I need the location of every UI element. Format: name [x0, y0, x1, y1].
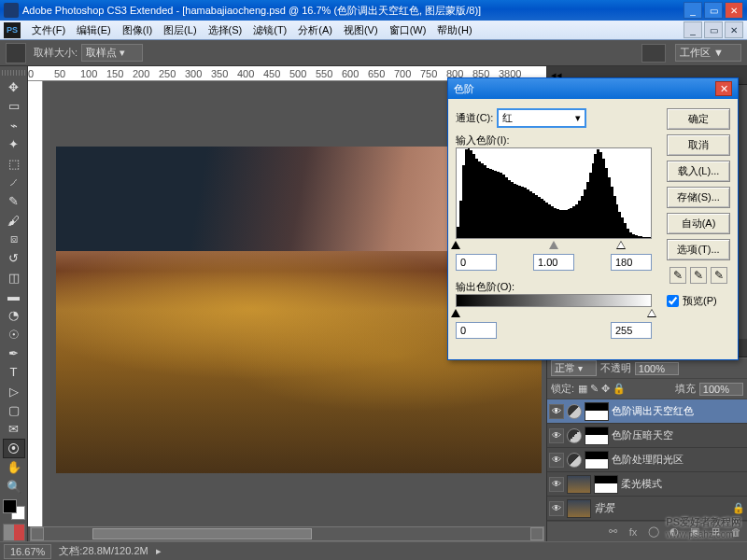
output-black-field[interactable]: [456, 322, 497, 339]
color-swatches[interactable]: [3, 499, 25, 520]
slice-tool[interactable]: ⟋: [3, 173, 25, 191]
toolbox-grip[interactable]: [2, 70, 26, 76]
cancel-button[interactable]: 取消: [667, 134, 730, 156]
auto-button[interactable]: 自动(A): [667, 213, 730, 234]
pen-tool[interactable]: ✒: [3, 343, 25, 362]
layer-style-icon[interactable]: fx: [626, 525, 641, 539]
status-arrow-icon[interactable]: ▸: [156, 545, 162, 557]
save-button[interactable]: 存储(S)...: [667, 187, 730, 208]
input-slider[interactable]: [456, 241, 652, 250]
scroll-thumb[interactable]: [92, 528, 311, 539]
path-tool[interactable]: ▷: [3, 382, 25, 400]
eraser-tool[interactable]: ◫: [3, 268, 25, 287]
history-brush-tool[interactable]: ↺: [3, 249, 25, 268]
mask-thumb[interactable]: [594, 475, 618, 494]
visibility-icon[interactable]: 👁: [549, 501, 564, 516]
menu-view[interactable]: 视图(V): [338, 21, 384, 39]
visibility-icon[interactable]: 👁: [549, 453, 564, 468]
dialog-titlebar[interactable]: 色阶 ✕: [448, 78, 738, 99]
mask-thumb[interactable]: [585, 451, 609, 469]
visibility-icon[interactable]: 👁: [549, 404, 564, 419]
crop-tool[interactable]: ⬚: [3, 154, 25, 173]
go-to-bridge-icon[interactable]: [641, 44, 666, 63]
workspace-select[interactable]: 工作区 ▼: [675, 44, 741, 62]
ruler-vertical[interactable]: [28, 81, 43, 526]
black-eyedropper-icon[interactable]: ✎: [669, 267, 686, 284]
preview-checkbox[interactable]: 预览(P): [667, 294, 730, 308]
mask-thumb[interactable]: [585, 402, 609, 421]
menu-select[interactable]: 选择(S): [203, 21, 248, 39]
scrollbar-horizontal[interactable]: [30, 526, 544, 541]
layer-row[interactable]: 👁色阶处理阳光区: [547, 448, 747, 472]
hand-tool[interactable]: ✋: [3, 458, 25, 477]
zoom-level[interactable]: 16.67%: [4, 544, 51, 559]
scroll-right-button[interactable]: [530, 527, 543, 540]
lasso-tool[interactable]: ⌁: [3, 116, 25, 134]
gradient-tool[interactable]: ▬: [3, 287, 25, 305]
input-white-field[interactable]: [611, 254, 652, 271]
gray-eyedropper-icon[interactable]: ✎: [690, 267, 707, 284]
notes-tool[interactable]: ✉: [3, 420, 25, 439]
channel-select[interactable]: 红▾: [497, 108, 586, 128]
options-button[interactable]: 选项(T)...: [667, 239, 730, 260]
gamma-handle[interactable]: [549, 241, 558, 249]
healing-tool[interactable]: ✎: [3, 192, 25, 211]
menu-edit[interactable]: 编辑(E): [71, 21, 117, 39]
white-eyedropper-icon[interactable]: ✎: [711, 267, 727, 284]
dodge-tool[interactable]: ☉: [3, 325, 25, 343]
lock-icons[interactable]: ▦ ✎ ✥ 🔒: [578, 383, 626, 395]
scroll-left-button[interactable]: [31, 527, 44, 540]
mask-thumb[interactable]: [585, 427, 609, 445]
black-point-handle[interactable]: [451, 241, 460, 249]
blend-mode-select[interactable]: 正常 ▾: [551, 360, 597, 376]
visibility-icon[interactable]: 👁: [549, 477, 564, 492]
brush-tool[interactable]: 🖌: [3, 211, 25, 230]
fill-field[interactable]: 100%: [699, 383, 743, 396]
dialog-close-button[interactable]: ✕: [715, 81, 732, 96]
close-button[interactable]: ✕: [725, 2, 743, 19]
doc-minimize-button[interactable]: _: [684, 21, 702, 38]
input-gamma-field[interactable]: [533, 254, 574, 271]
doc-restore-button[interactable]: ▭: [704, 21, 723, 38]
out-white-handle[interactable]: [647, 309, 656, 317]
menu-analysis[interactable]: 分析(A): [292, 21, 338, 39]
sample-size-select[interactable]: 取样点 ▾: [81, 44, 143, 62]
quickmask-toggle[interactable]: [3, 524, 25, 541]
eyedropper-tool-icon[interactable]: [6, 43, 26, 63]
minimize-button[interactable]: _: [684, 2, 702, 19]
menu-image[interactable]: 图像(I): [117, 21, 158, 39]
marquee-tool[interactable]: ▭: [3, 97, 25, 116]
type-tool[interactable]: T: [3, 363, 25, 382]
layer-row[interactable]: 👁色阶调出天空红色: [547, 399, 747, 424]
blur-tool[interactable]: ◔: [3, 306, 25, 325]
ps-logo-icon[interactable]: PS: [4, 22, 21, 38]
layer-thumb[interactable]: [567, 475, 591, 494]
menu-file[interactable]: 文件(F): [26, 21, 71, 39]
layer-thumb[interactable]: [567, 499, 591, 518]
maximize-button[interactable]: ▭: [704, 2, 723, 19]
move-tool[interactable]: ✥: [3, 77, 25, 96]
menu-help[interactable]: 帮助(H): [431, 21, 477, 39]
link-layers-icon[interactable]: ⚯: [605, 525, 620, 539]
menu-window[interactable]: 窗口(W): [384, 21, 432, 39]
visibility-icon[interactable]: 👁: [549, 428, 564, 443]
shape-tool[interactable]: ▢: [3, 400, 25, 419]
eyedropper-tool[interactable]: ⦿: [3, 439, 25, 458]
doc-close-button[interactable]: ✕: [725, 21, 743, 38]
opacity-field[interactable]: 100%: [635, 362, 679, 375]
ok-button[interactable]: 确定: [667, 108, 730, 130]
layer-row[interactable]: 👁柔光模式: [547, 472, 747, 497]
input-black-field[interactable]: [456, 254, 497, 271]
output-slider[interactable]: [456, 309, 652, 318]
zoom-tool[interactable]: 🔍: [3, 477, 25, 496]
stamp-tool[interactable]: ⧇: [3, 230, 25, 248]
white-point-handle[interactable]: [616, 241, 626, 249]
output-white-field[interactable]: [611, 322, 652, 339]
layer-row[interactable]: 👁色阶压暗天空: [547, 424, 747, 448]
out-black-handle[interactable]: [451, 309, 460, 317]
histogram[interactable]: [456, 147, 652, 239]
wand-tool[interactable]: ✦: [3, 135, 25, 154]
menu-layer[interactable]: 图层(L): [158, 21, 202, 39]
layer-mask-icon[interactable]: ◯: [646, 525, 661, 539]
menu-filter[interactable]: 滤镜(T): [247, 21, 292, 39]
